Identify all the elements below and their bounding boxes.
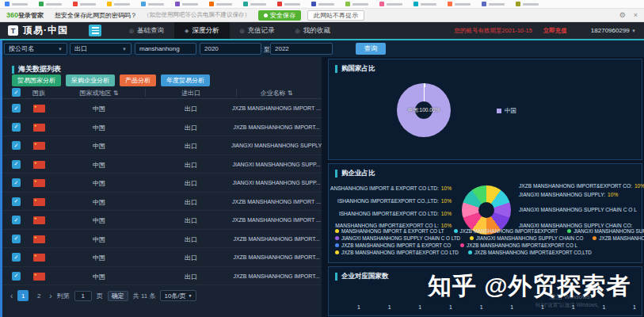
table-row[interactable]: ✓★中国出口JIANGXI MANSHANHONG SUPPLY xyxy=(2,136,322,155)
country-legend-item[interactable]: 中国 xyxy=(497,107,516,115)
row-checkbox[interactable]: ✓ xyxy=(12,178,21,187)
save-password-button[interactable]: 安全保存 xyxy=(258,10,301,21)
goto-confirm-button[interactable]: 确定 xyxy=(108,291,128,301)
row-checkbox[interactable]: ✓ xyxy=(12,160,21,169)
table-row[interactable]: ✓★中国出口JXZB MANSHANHONG IMPORT ... xyxy=(2,193,322,212)
cell-country: 中国 xyxy=(58,254,140,262)
bookmark-item[interactable] xyxy=(5,2,28,6)
page-2-button[interactable]: 2 xyxy=(33,290,44,301)
cell-trade: 出口 xyxy=(150,254,232,262)
goto-page-input[interactable]: 1 xyxy=(74,291,92,301)
pie-legend-item[interactable]: JIANGXI MANSHANHONG SUPPLY xyxy=(567,228,644,234)
table-row[interactable]: ✓★中国出口JXZB MANSHANHONG IMPORT... xyxy=(2,118,322,137)
bookmark-item[interactable] xyxy=(482,2,505,6)
pie-legend-item[interactable]: JIANGXI MANSHANHONG SUPPLY CHAIN C O LTD xyxy=(335,235,460,241)
goto-label: 到第 xyxy=(57,292,70,300)
row-checkbox[interactable]: ✓ xyxy=(12,253,21,262)
next-page-icon[interactable]: › xyxy=(49,292,51,300)
analysis-button[interactable]: 采购企业分析 xyxy=(66,74,115,86)
search-type-select[interactable]: 按公司名 ▼ xyxy=(4,43,67,55)
pagination: ‹ 1 2 › 到第 1 页 确定 共 11 条 10条/页 ▼ xyxy=(10,290,196,301)
nav-item-基础查询[interactable]: ◎基础查询 xyxy=(119,22,174,39)
chevron-down-icon: ▼ xyxy=(58,47,63,52)
dismiss-site-button[interactable]: 此网站不再提示 xyxy=(307,10,364,21)
bookmark-item[interactable] xyxy=(379,2,402,6)
bookmark-item[interactable] xyxy=(107,2,130,6)
prev-page-icon[interactable]: ‹ xyxy=(10,292,13,300)
nav-icon: ◈ xyxy=(185,28,189,34)
bookmark-item[interactable] xyxy=(243,2,266,6)
keyword-input[interactable] xyxy=(135,43,196,55)
callout-text: ISHANHONG IMPORT&EXPORT CO LTD: xyxy=(339,211,439,216)
analysis-button[interactable]: 年度贸易分析 xyxy=(161,74,210,86)
row-checkbox[interactable]: ✓ xyxy=(12,197,21,206)
nav-item-我的收藏[interactable]: ◎我的收藏 xyxy=(285,22,341,39)
cell-company: JXZB MANSHANHONG IMPORT ... xyxy=(231,199,322,204)
menu-button[interactable] xyxy=(89,25,101,36)
bookmark-item[interactable] xyxy=(141,2,164,6)
bookmark-item[interactable] xyxy=(39,2,62,6)
nav-item-深度分析[interactable]: ◈深度分析 xyxy=(174,22,229,39)
nav-label: 基础查询 xyxy=(137,26,164,36)
table-row[interactable]: ✓★中国出口JXZB MANSHANHONG IMPORT ... xyxy=(2,211,322,230)
pie-legend-item[interactable]: JXZB MANSHANHONG IMPORT&EXPORT xyxy=(454,228,558,234)
callout-text: ISHANHONG IMPORT&EXPORT CO.,LTD: xyxy=(337,198,439,204)
table-row[interactable]: ✓★中国出口JXZB MANSHANHONG IMPORT... xyxy=(2,230,322,249)
favicon-icon xyxy=(73,2,78,6)
recharge-link[interactable]: 立即充值 xyxy=(543,27,567,35)
pie-legend-item[interactable]: JXZB MANSHANHONG IMPORT&EXPORT CO L xyxy=(460,243,577,248)
trade-type-select[interactable]: 出口 ▼ xyxy=(70,43,131,55)
row-checkbox[interactable]: ✓ xyxy=(12,104,21,113)
account-phone-dropdown[interactable]: 18270960299 ▼ xyxy=(591,27,636,34)
table-row[interactable]: ✓★中国出口JIANGXI MANSHANHONG SUPP... xyxy=(2,174,322,193)
page-size-select[interactable]: 10条/页 ▼ xyxy=(160,290,196,301)
bookmark-label xyxy=(182,3,198,6)
bookmark-item[interactable] xyxy=(413,2,436,6)
bookmark-item[interactable] xyxy=(345,2,368,6)
gear-icon[interactable]: ⚙ xyxy=(619,11,626,19)
bookmark-item[interactable] xyxy=(277,2,300,6)
callout-text: MANSHANHONG IMPORT&EXPORT CO L: xyxy=(335,223,438,228)
table-row[interactable]: ✓★中国出口JIANGXI MANSHANHONG SUPP... xyxy=(2,155,322,174)
pie-legend-item[interactable]: JXZB MANSHANHONG IMPORT & EXPORT CO xyxy=(335,243,451,248)
bookmark-item[interactable] xyxy=(175,2,198,6)
page-1-button[interactable]: 1 xyxy=(17,290,29,301)
select-all-checkbox[interactable]: ✓ xyxy=(12,88,21,97)
table-row[interactable]: ✓★中国出口JXZB MANSHANHONG IMPORT ... xyxy=(2,99,322,118)
table-row[interactable]: ✓★中国出口JXZB MANSHANHONG IMPORT... xyxy=(2,248,322,267)
search-button[interactable]: 查询 xyxy=(356,43,386,55)
column-company[interactable]: 企业名称 ⇅ xyxy=(231,89,322,97)
row-checkbox[interactable]: ✓ xyxy=(12,141,21,150)
year-from-input[interactable] xyxy=(200,43,261,55)
bookmark-item[interactable] xyxy=(311,2,334,6)
row-checkbox[interactable]: ✓ xyxy=(12,272,21,281)
favicon-icon xyxy=(209,2,214,6)
close-icon[interactable]: × xyxy=(634,11,638,19)
analysis-button[interactable]: 产品分析 xyxy=(120,74,156,86)
pie-legend-item[interactable]: MANSHANHONG IMPORT & EXPORT CO LT xyxy=(335,228,444,234)
main-nav: ◎基础查询◈深度分析◎充值记录◎我的收藏 xyxy=(119,22,341,39)
favicon-icon xyxy=(39,2,44,6)
row-checkbox[interactable]: ✓ xyxy=(12,216,21,224)
row-checkbox[interactable]: ✓ xyxy=(12,235,21,243)
column-country[interactable]: 国家或地区 ⇅ xyxy=(58,89,140,97)
bookmark-item[interactable] xyxy=(448,2,471,6)
row-checkbox[interactable]: ✓ xyxy=(12,123,21,132)
favicon-icon xyxy=(243,2,248,6)
bookmark-item[interactable] xyxy=(516,2,539,6)
pie-legend-item[interactable]: JXZB MANSHANHONG IMPORT & EXPORT xyxy=(593,235,644,241)
pie-legend-item[interactable]: JIANGXI MANSHANHONG SUPPLY CHAIN CO xyxy=(470,235,583,241)
year-to-input[interactable] xyxy=(270,43,333,55)
nav-item-充值记录[interactable]: ◎充值记录 xyxy=(230,22,285,39)
bookmark-item[interactable] xyxy=(209,2,232,6)
china-flag-icon: ★ xyxy=(33,198,45,206)
pie-legend-item[interactable]: JXZB MANSHANHONG IMPORT&EXPORT CO LTD xyxy=(335,250,459,255)
analysis-button[interactable]: 贸易国家分析 xyxy=(12,74,61,86)
pie-legend-item[interactable]: JXZB MANSHANHONG IMPORT&EXPORT CO,LTD xyxy=(468,250,592,255)
favicon-icon xyxy=(482,2,486,6)
table-row[interactable]: ✓★中国出口JXZB MANSHANHONG IMPORT... xyxy=(2,267,322,286)
bar-value-label: 1 xyxy=(633,304,636,310)
bookmark-label xyxy=(80,3,96,6)
pie-legend-row: JIANGXI MANSHANHONG SUPPLY CHAIN C O LTD… xyxy=(335,235,644,241)
bookmark-item[interactable] xyxy=(73,2,96,6)
